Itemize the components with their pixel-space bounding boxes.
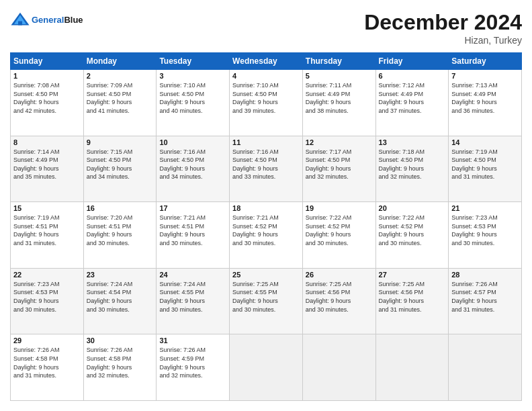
day-info: Sunrise: 7:26 AM Sunset: 4:59 PM Dayligh… (159, 346, 226, 379)
day-info: Sunrise: 7:26 AM Sunset: 4:58 PM Dayligh… (87, 346, 154, 379)
day-info: Sunrise: 7:23 AM Sunset: 4:53 PM Dayligh… (451, 214, 519, 247)
day-number: 30 (87, 336, 154, 345)
day-number: 14 (451, 138, 519, 146)
day-info: Sunrise: 7:15 AM Sunset: 4:50 PM Dayligh… (87, 148, 154, 181)
day-number: 29 (13, 336, 81, 345)
day-info: Sunrise: 7:11 AM Sunset: 4:49 PM Dayligh… (306, 81, 373, 115)
calendar-cell (375, 334, 449, 401)
day-number: 5 (306, 72, 373, 80)
calendar-header-thursday: Thursday (302, 53, 375, 70)
day-info: Sunrise: 7:12 AM Sunset: 4:49 PM Dayligh… (379, 81, 446, 115)
calendar-cell: 22Sunrise: 7:23 AM Sunset: 4:53 PM Dayli… (11, 268, 84, 334)
calendar-week-row: 15Sunrise: 7:19 AM Sunset: 4:51 PM Dayli… (11, 202, 522, 269)
day-number: 21 (451, 204, 519, 212)
day-info: Sunrise: 7:18 AM Sunset: 4:50 PM Dayligh… (379, 148, 446, 181)
day-number: 10 (159, 138, 226, 146)
day-number: 4 (232, 72, 300, 80)
logo-icon (10, 10, 30, 30)
day-info: Sunrise: 7:14 AM Sunset: 4:49 PM Dayligh… (13, 148, 81, 181)
day-info: Sunrise: 7:24 AM Sunset: 4:54 PM Dayligh… (87, 280, 154, 314)
day-number: 1 (13, 72, 81, 80)
header: GeneralBlue December 2024 Hizan, Turkey (10, 10, 522, 46)
logo-general: General (32, 15, 64, 25)
day-number: 19 (306, 204, 373, 212)
day-info: Sunrise: 7:19 AM Sunset: 4:50 PM Dayligh… (451, 148, 519, 181)
page: GeneralBlue December 2024 Hizan, Turkey … (0, 0, 532, 411)
calendar-cell: 8Sunrise: 7:14 AM Sunset: 4:49 PM Daylig… (11, 136, 84, 202)
day-number: 27 (379, 271, 446, 279)
day-number: 12 (306, 138, 373, 146)
day-number: 31 (159, 336, 226, 345)
calendar-cell: 28Sunrise: 7:26 AM Sunset: 4:57 PM Dayli… (449, 268, 522, 334)
day-number: 11 (232, 138, 300, 146)
calendar-cell: 7Sunrise: 7:13 AM Sunset: 4:49 PM Daylig… (449, 70, 522, 136)
day-number: 16 (87, 204, 154, 212)
day-number: 15 (13, 204, 81, 212)
day-info: Sunrise: 7:09 AM Sunset: 4:50 PM Dayligh… (87, 81, 154, 115)
calendar-header-row: SundayMondayTuesdayWednesdayThursdayFrid… (11, 53, 522, 70)
calendar-header-monday: Monday (83, 53, 157, 70)
calendar-cell: 21Sunrise: 7:23 AM Sunset: 4:53 PM Dayli… (449, 202, 522, 269)
day-info: Sunrise: 7:25 AM Sunset: 4:56 PM Dayligh… (306, 280, 373, 314)
calendar-week-row: 8Sunrise: 7:14 AM Sunset: 4:49 PM Daylig… (11, 136, 522, 202)
day-number: 17 (159, 204, 226, 212)
day-info: Sunrise: 7:17 AM Sunset: 4:50 PM Dayligh… (306, 148, 373, 181)
day-info: Sunrise: 7:21 AM Sunset: 4:52 PM Dayligh… (232, 214, 300, 247)
calendar-header-tuesday: Tuesday (157, 53, 230, 70)
calendar-cell: 1Sunrise: 7:08 AM Sunset: 4:50 PM Daylig… (11, 70, 84, 136)
calendar-cell: 20Sunrise: 7:22 AM Sunset: 4:52 PM Dayli… (375, 202, 449, 269)
day-info: Sunrise: 7:16 AM Sunset: 4:50 PM Dayligh… (232, 148, 300, 181)
calendar-cell: 3Sunrise: 7:10 AM Sunset: 4:50 PM Daylig… (157, 70, 230, 136)
month-title: December 2024 (364, 10, 522, 35)
calendar-cell: 12Sunrise: 7:17 AM Sunset: 4:50 PM Dayli… (302, 136, 375, 202)
day-info: Sunrise: 7:21 AM Sunset: 4:51 PM Dayligh… (159, 214, 226, 247)
day-info: Sunrise: 7:24 AM Sunset: 4:55 PM Dayligh… (159, 280, 226, 314)
calendar-cell: 10Sunrise: 7:16 AM Sunset: 4:50 PM Dayli… (157, 136, 230, 202)
calendar-cell: 31Sunrise: 7:26 AM Sunset: 4:59 PM Dayli… (157, 334, 230, 401)
calendar-cell: 24Sunrise: 7:24 AM Sunset: 4:55 PM Dayli… (157, 268, 230, 334)
day-number: 3 (159, 72, 226, 80)
calendar-cell: 17Sunrise: 7:21 AM Sunset: 4:51 PM Dayli… (157, 202, 230, 269)
calendar-cell: 2Sunrise: 7:09 AM Sunset: 4:50 PM Daylig… (83, 70, 157, 136)
calendar-week-row: 29Sunrise: 7:26 AM Sunset: 4:58 PM Dayli… (11, 334, 522, 401)
calendar-week-row: 1Sunrise: 7:08 AM Sunset: 4:50 PM Daylig… (11, 70, 522, 136)
day-info: Sunrise: 7:10 AM Sunset: 4:50 PM Dayligh… (232, 81, 300, 115)
title-block: December 2024 Hizan, Turkey (364, 10, 522, 46)
calendar-cell: 26Sunrise: 7:25 AM Sunset: 4:56 PM Dayli… (302, 268, 375, 334)
calendar-cell: 19Sunrise: 7:22 AM Sunset: 4:52 PM Dayli… (302, 202, 375, 269)
calendar-table: SundayMondayTuesdayWednesdayThursdayFrid… (10, 52, 522, 401)
day-number: 8 (13, 138, 81, 146)
day-number: 23 (87, 271, 154, 279)
calendar-cell: 23Sunrise: 7:24 AM Sunset: 4:54 PM Dayli… (83, 268, 157, 334)
calendar-cell: 9Sunrise: 7:15 AM Sunset: 4:50 PM Daylig… (83, 136, 157, 202)
calendar-cell: 15Sunrise: 7:19 AM Sunset: 4:51 PM Dayli… (11, 202, 84, 269)
day-info: Sunrise: 7:19 AM Sunset: 4:51 PM Dayligh… (13, 214, 81, 247)
day-number: 6 (379, 72, 446, 80)
day-number: 28 (451, 271, 519, 279)
calendar-cell: 30Sunrise: 7:26 AM Sunset: 4:58 PM Dayli… (83, 334, 157, 401)
day-info: Sunrise: 7:10 AM Sunset: 4:50 PM Dayligh… (159, 81, 226, 115)
day-number: 13 (379, 138, 446, 146)
logo-blue: Blue (64, 15, 83, 25)
calendar-cell: 14Sunrise: 7:19 AM Sunset: 4:50 PM Dayli… (449, 136, 522, 202)
day-number: 24 (159, 271, 226, 279)
calendar-cell: 5Sunrise: 7:11 AM Sunset: 4:49 PM Daylig… (302, 70, 375, 136)
day-info: Sunrise: 7:22 AM Sunset: 4:52 PM Dayligh… (306, 214, 373, 247)
calendar-cell: 11Sunrise: 7:16 AM Sunset: 4:50 PM Dayli… (230, 136, 303, 202)
location: Hizan, Turkey (364, 35, 522, 46)
day-info: Sunrise: 7:23 AM Sunset: 4:53 PM Dayligh… (13, 280, 81, 314)
day-number: 20 (379, 204, 446, 212)
day-number: 7 (451, 72, 519, 80)
day-number: 25 (232, 271, 300, 279)
calendar-cell (230, 334, 303, 401)
day-info: Sunrise: 7:25 AM Sunset: 4:56 PM Dayligh… (379, 280, 446, 314)
day-info: Sunrise: 7:16 AM Sunset: 4:50 PM Dayligh… (159, 148, 226, 181)
calendar-header-wednesday: Wednesday (230, 53, 303, 70)
day-info: Sunrise: 7:13 AM Sunset: 4:49 PM Dayligh… (451, 81, 519, 115)
calendar-cell (449, 334, 522, 401)
day-info: Sunrise: 7:20 AM Sunset: 4:51 PM Dayligh… (87, 214, 154, 247)
calendar-cell: 4Sunrise: 7:10 AM Sunset: 4:50 PM Daylig… (230, 70, 303, 136)
day-info: Sunrise: 7:26 AM Sunset: 4:57 PM Dayligh… (451, 280, 519, 314)
calendar-cell: 27Sunrise: 7:25 AM Sunset: 4:56 PM Dayli… (375, 268, 449, 334)
calendar-cell: 25Sunrise: 7:25 AM Sunset: 4:55 PM Dayli… (230, 268, 303, 334)
